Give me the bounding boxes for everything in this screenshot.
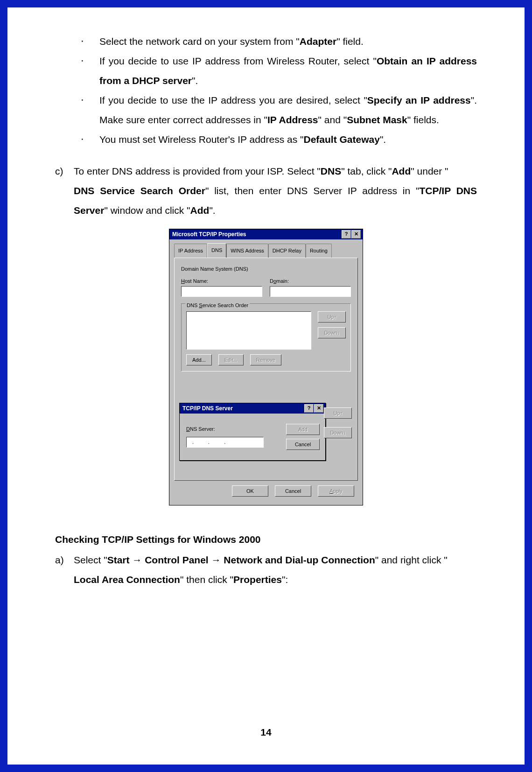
text: " tab, click " bbox=[341, 166, 392, 176]
down-button-2: Down↓ bbox=[324, 427, 352, 438]
help-icon[interactable]: ? bbox=[304, 404, 314, 413]
up-button-2: Up↑ bbox=[324, 407, 352, 419]
dns-section-label: Domain Name System (DNS) bbox=[181, 264, 351, 274]
heading-windows-2000: Checking TCP/IP Settings for Windows 200… bbox=[55, 530, 477, 549]
text: You must set Wireless Router's IP addres… bbox=[99, 134, 303, 145]
down-button: Down↓ bbox=[318, 327, 346, 338]
text: " and right click " bbox=[375, 554, 448, 565]
text: ". bbox=[192, 75, 198, 86]
tab-wins-address[interactable]: WINS Address bbox=[226, 244, 268, 258]
up-button: Up↑ bbox=[318, 311, 346, 323]
dns-server-input[interactable]: . . . bbox=[186, 437, 264, 448]
sub-cancel-button[interactable]: Cancel bbox=[286, 439, 320, 450]
text-bold: Local Area Connection bbox=[74, 574, 180, 585]
dialog-titlebar: Microsoft TCP/IP Properties ? ✕ bbox=[169, 229, 363, 239]
tab-dhcp-relay[interactable]: DHCP Relay bbox=[268, 244, 306, 258]
dialog-bottom-buttons: OK Cancel Apply bbox=[174, 481, 358, 498]
close-icon[interactable]: ✕ bbox=[314, 404, 323, 413]
host-name-label: Host Name: bbox=[181, 276, 262, 286]
dns-search-order-list[interactable] bbox=[186, 311, 311, 350]
step-marker: c) bbox=[55, 161, 74, 181]
step-c: c)To enter DNS address is provided from … bbox=[55, 161, 477, 220]
text-bold: Add bbox=[392, 166, 411, 176]
text-bold: Specify an IP address bbox=[367, 95, 471, 105]
bullet-list: Select the network card on your system f… bbox=[81, 32, 477, 149]
text-bold: Adapter bbox=[300, 36, 336, 47]
group-title: DNS Service Search Order bbox=[185, 300, 250, 310]
text-bold: Properties bbox=[233, 574, 282, 585]
text-bold: Add bbox=[190, 205, 210, 216]
subdialog-titlebar: TCP/IP DNS Server ? ✕ bbox=[180, 403, 325, 414]
bullet-item: You must set Wireless Router's IP addres… bbox=[81, 130, 477, 149]
add-button[interactable]: Add... bbox=[186, 354, 212, 365]
host-name-input[interactable] bbox=[181, 286, 262, 297]
tab-panel-dns: Domain Name System (DNS) Host Name: Doma… bbox=[174, 258, 358, 481]
tab-strip: IP Address DNS WINS Address DHCP Relay R… bbox=[174, 243, 358, 258]
domain-label: Domain: bbox=[270, 276, 351, 286]
text: Select " bbox=[74, 554, 107, 565]
step-marker: a) bbox=[55, 550, 74, 570]
text-bold: Start bbox=[107, 554, 133, 565]
dns-server-label: DNS Server: bbox=[186, 424, 280, 434]
text-bold: DNS bbox=[321, 166, 341, 176]
text: If you decide to use IP address from Wir… bbox=[99, 56, 377, 66]
bullet-item: If you decide to use IP address from Wir… bbox=[81, 51, 477, 91]
text-bold: Default Gateway bbox=[303, 134, 379, 145]
text: " and " bbox=[318, 114, 347, 125]
text: Select the network card on your system f… bbox=[99, 36, 300, 47]
text-bold: DNS Service Search Order bbox=[74, 185, 205, 196]
help-icon[interactable]: ? bbox=[342, 230, 351, 239]
arrow-icon: → bbox=[132, 554, 142, 565]
tab-routing[interactable]: Routing bbox=[306, 244, 332, 258]
close-icon[interactable]: ✕ bbox=[351, 230, 361, 239]
text: ". bbox=[380, 134, 386, 145]
text: " field. bbox=[336, 36, 364, 47]
tcpip-dns-server-dialog: TCP/IP DNS Server ? ✕ DNS Server: . . . bbox=[179, 403, 326, 461]
arrow-icon: → bbox=[211, 554, 221, 565]
edit-button: Edit... bbox=[218, 354, 244, 365]
ok-button[interactable]: OK bbox=[232, 485, 268, 497]
text-bold: Network and Dial-up Connection bbox=[221, 554, 375, 565]
text: To enter DNS address is provided from yo… bbox=[74, 166, 321, 176]
text-bold: IP Address bbox=[267, 114, 318, 125]
bullet-item: Select the network card on your system f… bbox=[81, 32, 477, 51]
tcpip-properties-dialog: Microsoft TCP/IP Properties ? ✕ IP Addre… bbox=[169, 229, 363, 505]
tab-ip-address[interactable]: IP Address bbox=[174, 244, 207, 258]
text: " list, then enter DNS Server IP address… bbox=[205, 185, 420, 196]
bullet-item: If you decide to use the IP address you … bbox=[81, 91, 477, 130]
remove-button: Remove bbox=[250, 354, 281, 365]
text: ". bbox=[209, 205, 215, 216]
text-bold: Subnet Mask bbox=[347, 114, 407, 125]
tab-dns[interactable]: DNS bbox=[207, 243, 226, 258]
apply-button: Apply bbox=[318, 485, 354, 497]
text: If you decide to use the IP address you … bbox=[99, 95, 367, 105]
domain-input[interactable] bbox=[270, 286, 351, 297]
cancel-button[interactable]: Cancel bbox=[275, 485, 311, 497]
text: " fields. bbox=[407, 114, 439, 125]
text: ": bbox=[282, 574, 288, 585]
subdialog-title: TCP/IP DNS Server bbox=[182, 403, 233, 414]
text: " under " bbox=[411, 166, 448, 176]
text: " then click " bbox=[180, 574, 233, 585]
page-number: 14 bbox=[13, 727, 519, 738]
sub-add-button[interactable]: Add bbox=[286, 424, 320, 435]
dns-search-order-group: DNS Service Search Order Add... Edit... … bbox=[181, 303, 351, 372]
text: " window and click " bbox=[104, 205, 190, 216]
step-a: a)Select "Start → Control Panel → Networ… bbox=[55, 550, 477, 590]
dialog-title: Microsoft TCP/IP Properties bbox=[172, 229, 246, 239]
text-bold: Control Panel bbox=[142, 554, 211, 565]
